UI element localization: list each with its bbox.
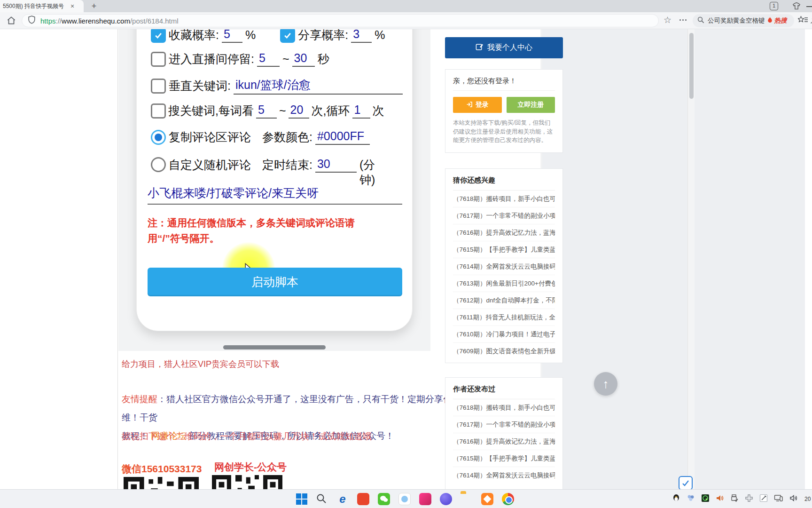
volume-tray-icon[interactable]: [789, 494, 798, 504]
new-tab-button[interactable]: +: [88, 0, 100, 12]
security-tray-icon[interactable]: [701, 494, 710, 504]
list-item[interactable]: （7615期）【手把手教学】儿童类蓝海...: [453, 450, 555, 467]
wechat-icon[interactable]: [378, 493, 390, 505]
radio-copy-comment[interactable]: [151, 130, 166, 145]
home-icon[interactable]: [6, 16, 16, 28]
personal-center-label: 我要个人中心: [487, 43, 532, 53]
app-icon-light[interactable]: [398, 493, 411, 505]
form-row-search-keywords: 搜关键词,每词看 5 ~ 20 次,循环 1 次: [137, 103, 413, 119]
vip-download-note: 给力项目，猎人社区VIP贵宾会员可以下载: [122, 358, 279, 370]
bookmark-star-icon[interactable]: ☆: [664, 15, 671, 25]
list-item[interactable]: （7613期）闲鱼最新日引200+付费创...: [453, 275, 555, 292]
window-minimize-button[interactable]: [806, 6, 812, 7]
address-bar[interactable]: https://www.lierenshequ.com/post/6184.ht…: [22, 14, 659, 27]
personal-center-button[interactable]: 我要个人中心: [445, 37, 563, 58]
floating-note-widget[interactable]: [679, 476, 693, 489]
panel-scrollbar-thumb[interactable]: [223, 345, 326, 349]
search-keywords-loop-input[interactable]: 1: [352, 103, 370, 119]
url-text: https://www.lierenshequ.com/post/6184.ht…: [40, 17, 179, 25]
windows-start-icon[interactable]: [296, 493, 307, 505]
browser-search-box[interactable]: 公司奖励黄金空格键 热搜: [693, 14, 794, 27]
list-item[interactable]: （7609期）图文语音表情包全新升级，...: [453, 343, 555, 360]
media-app-icon[interactable]: [419, 493, 431, 505]
checkbox-share-rate[interactable]: [280, 29, 295, 43]
file-explorer-icon[interactable]: [461, 493, 473, 505]
register-button[interactable]: 立即注册: [507, 97, 555, 113]
vertical-keywords-input[interactable]: ikun/篮球/治愈: [234, 77, 403, 95]
browser-tab[interactable]: 5500期) 抖音快手视频号 ×: [0, 0, 84, 12]
list-item[interactable]: （7617期）一个非常不错的副业小项目...: [453, 207, 555, 224]
flame-icon: [767, 16, 773, 25]
network-tray-icon[interactable]: [774, 494, 783, 504]
list-item[interactable]: （7616期）提升高效记忆力法，蓝海虚...: [453, 224, 555, 241]
checkbox-search-keywords[interactable]: [151, 103, 166, 119]
notes-tray-icon[interactable]: [759, 494, 768, 504]
page-scrollbar-thumb[interactable]: [689, 33, 694, 99]
login-button-label: 登录: [476, 101, 489, 109]
internet-explorer-icon[interactable]: e: [336, 493, 349, 505]
list-item[interactable]: （7615期）【手把手教学】儿童类蓝海...: [453, 241, 555, 258]
search-icon: [697, 16, 704, 25]
search-keywords-label: 搜关键词,每词看: [168, 103, 254, 119]
form-row-live-stay: 进入直播间停留: 5 ~ 30 秒: [137, 51, 413, 67]
site-security-shield-icon[interactable]: [28, 16, 36, 26]
checkbox-live-stay[interactable]: [151, 52, 166, 67]
list-item[interactable]: （7618期）搬砖项目，新手小白也可直...: [453, 399, 555, 416]
interest-card: 猜你还感兴趣 （7618期）搬砖项目，新手小白也可直... （7617期）一个非…: [445, 168, 563, 363]
param-color-input[interactable]: #0000FF: [315, 129, 370, 145]
chrome-icon[interactable]: [502, 493, 514, 505]
input-method-tray-icon[interactable]: [745, 494, 753, 504]
search-keywords-max-input[interactable]: 20: [289, 103, 309, 119]
share-rate-input[interactable]: 3: [351, 29, 372, 43]
check-pen-icon: [681, 479, 690, 487]
list-item[interactable]: （7617期）一个非常不错的副业小项目...: [453, 416, 555, 433]
tab-close-icon[interactable]: ×: [70, 2, 74, 10]
live-stay-label: 进入直播间停留:: [169, 51, 254, 67]
browser-window: 5500期) 抖音快手视频号 × + 1 https://www.lierens…: [0, 0, 812, 508]
more-menu-icon[interactable]: [679, 19, 687, 21]
list-item[interactable]: （7614期）全网首发沃云云电脑接码无...: [453, 258, 555, 275]
tilde: ~: [282, 52, 289, 66]
favorites-list-icon[interactable]: [798, 16, 808, 27]
radio-custom-comment[interactable]: [151, 157, 166, 172]
toolbar-extra-icon[interactable]: [810, 16, 812, 26]
page-content: 收藏概率: 5 % 分享概率: 3 % 进入直播间停留: 5 ~: [0, 29, 812, 489]
comment-text-input[interactable]: 小飞棍来喽/打破零评论/来互关呀: [148, 185, 319, 201]
qq-tray-icon[interactable]: [672, 494, 680, 504]
search-keywords-min-input[interactable]: 5: [256, 103, 277, 119]
video-app-icon[interactable]: [357, 493, 369, 505]
script-preview-panel: 收藏概率: 5 % 分享概率: 3 % 进入直播间停留: 5 ~: [118, 29, 430, 351]
form-row-custom-comment: 自定义随机评论 定时结束: 30 (分钟): [137, 157, 413, 187]
usb-tray-icon[interactable]: [730, 494, 739, 504]
browser-skin-icon[interactable]: [792, 2, 801, 12]
office-app-icon[interactable]: [481, 493, 493, 505]
login-button[interactable]: 登录: [453, 97, 502, 113]
custom-comment-label: 自定义随机评论: [169, 157, 251, 173]
list-item[interactable]: （7616期）提升高效记忆力法，蓝海虚...: [453, 433, 555, 450]
ball-app-icon[interactable]: [440, 493, 452, 505]
list-item[interactable]: （7614期）全网首发沃云云电脑接码无...: [453, 467, 555, 484]
live-stay-unit: 秒: [318, 51, 329, 67]
live-stay-max-input[interactable]: 30: [292, 51, 315, 67]
register-button-label: 立即注册: [518, 101, 544, 109]
taskbar-search-icon[interactable]: [316, 493, 328, 505]
tab-bar: 5500期) 抖音快手视频号 × + 1: [0, 0, 812, 12]
browser-toolbar: https://www.lierenshequ.com/post/6184.ht…: [0, 12, 812, 29]
checkbox-vertical-keywords[interactable]: [151, 79, 166, 94]
favorite-rate-input[interactable]: 5: [222, 29, 242, 43]
taskbar-clock[interactable]: 20: [804, 496, 811, 502]
page-scrollbar[interactable]: [687, 29, 695, 489]
timer-end-input[interactable]: 30: [315, 157, 357, 173]
window-count-badge[interactable]: 1: [770, 2, 778, 10]
checkbox-favorite-rate[interactable]: [151, 29, 166, 43]
scroll-to-top-button[interactable]: ↑: [594, 372, 617, 396]
list-item[interactable]: （7618期）搬砖项目，新手小白也可直...: [453, 190, 555, 207]
drive-tray-icon[interactable]: [687, 494, 695, 504]
list-item[interactable]: （7612期）dnf全自动脚本打金，不限...: [453, 292, 555, 309]
hot-search-label[interactable]: 热搜: [774, 16, 787, 25]
list-item[interactable]: （7610期）冷门暴力项目！通过电子书...: [453, 326, 555, 343]
loudspeaker-tray-icon[interactable]: [716, 494, 724, 504]
live-stay-min-input[interactable]: 5: [257, 51, 280, 67]
start-script-button[interactable]: 启动脚本: [148, 268, 402, 296]
list-item[interactable]: （7611期）抖音无人挂机新玩法，全民...: [453, 309, 555, 326]
